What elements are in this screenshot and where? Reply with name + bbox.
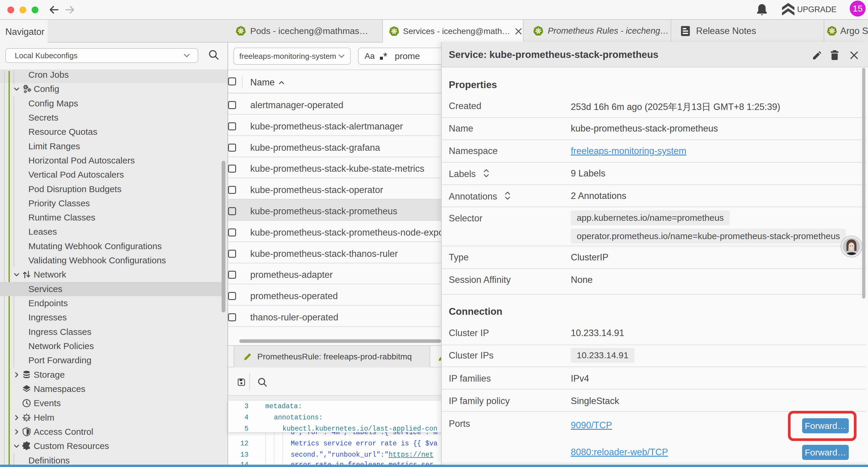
svg-text:HELM: HELM [23, 417, 30, 419]
svg-text:*: * [383, 51, 387, 61]
